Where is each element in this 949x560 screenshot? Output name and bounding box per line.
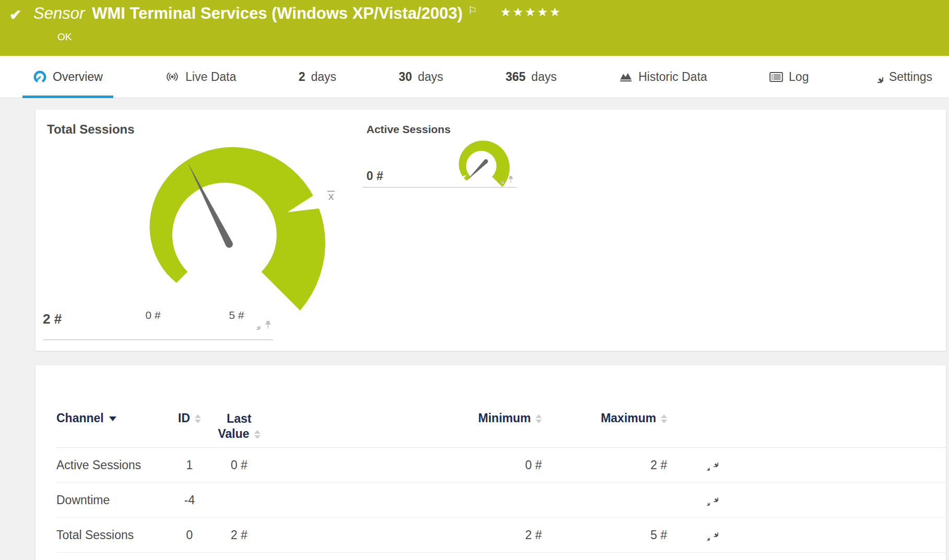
gauge-icon	[33, 70, 47, 84]
tab-label: Settings	[889, 70, 932, 84]
column-header-minimum[interactable]: Minimum	[276, 411, 542, 425]
column-header-id[interactable]: ID	[176, 411, 203, 425]
gauge-scale-min: 0 #	[129, 309, 176, 321]
sensor-headline: SensorWMI Terminal Services (Windows XP/…	[33, 4, 562, 23]
channels-table: Channel ID Last Value Minimum Maximum Ac…	[35, 365, 946, 553]
area-chart-icon	[619, 71, 633, 82]
channel-maximum: 2 #	[542, 458, 667, 472]
sort-icon	[254, 430, 260, 439]
widget-underline	[43, 339, 273, 340]
tab-label: days	[418, 70, 443, 84]
channel-settings-gears-icon[interactable]	[704, 458, 719, 472]
tab-live-data[interactable]: Live Data	[161, 56, 240, 98]
tab-number: 2	[299, 70, 305, 84]
channel-id: -4	[176, 493, 203, 507]
flag-icon[interactable]: ⚐	[468, 4, 477, 17]
broadcast-icon	[165, 71, 180, 82]
channel-minimum: 0 #	[276, 458, 542, 472]
channel-last-value: 0 #	[203, 458, 276, 472]
column-header-maximum[interactable]: Maximum	[542, 411, 667, 425]
sort-icon	[536, 414, 542, 423]
tab-label: Live Data	[185, 70, 236, 84]
table-row: Active Sessions 1 0 # 0 # 2 #	[56, 448, 946, 483]
column-label: Minimum	[478, 411, 531, 425]
column-label: Last Value	[218, 412, 251, 440]
tab-number: 30	[399, 70, 412, 84]
total-sessions-current-value: 2 #	[43, 311, 62, 327]
channel-id: 1	[176, 458, 203, 472]
priority-stars[interactable]: ★★★★★	[500, 5, 562, 19]
widget-gear-icon[interactable]	[496, 176, 504, 184]
gauge-scale-max: 5 #	[213, 309, 260, 321]
status-text: OK	[57, 31, 72, 43]
column-label: ID	[178, 411, 190, 425]
table-row: Downtime -4	[56, 483, 946, 518]
tab-number: 365	[505, 70, 525, 84]
tab-historic-data[interactable]: Historic Data	[615, 56, 711, 98]
channel-id: 0	[176, 528, 203, 542]
tab-label: Log	[789, 70, 809, 84]
channel-name: Downtime	[56, 493, 176, 507]
gauges-panel: Total Sessions x 2 # 0 # 5 # Active Sess…	[35, 110, 946, 351]
svg-text:x: x	[328, 190, 334, 202]
active-sessions-gauge	[437, 130, 531, 193]
channel-name: Total Sessions	[56, 528, 176, 542]
widget-gear-icon[interactable]	[252, 321, 260, 330]
channel-maximum: 5 #	[542, 528, 667, 542]
sort-icon	[661, 414, 667, 423]
table-header-row: Channel ID Last Value Minimum Maximum	[56, 397, 946, 448]
column-header-channel[interactable]: Channel	[56, 411, 176, 425]
log-icon	[769, 72, 783, 82]
channels-panel: Channel ID Last Value Minimum Maximum Ac…	[35, 365, 946, 560]
widget-pin-icon[interactable]	[507, 175, 514, 184]
tab-log[interactable]: Log	[765, 56, 813, 98]
column-label: Channel	[56, 411, 104, 425]
tab-overview[interactable]: Overview	[29, 56, 107, 98]
sensor-status-header: ✔ SensorWMI Terminal Services (Windows X…	[0, 0, 949, 56]
tab-365-days[interactable]: 365 days	[501, 56, 561, 98]
sort-desc-icon	[109, 416, 116, 421]
object-type-label: Sensor	[33, 4, 85, 22]
total-sessions-gauge: x	[67, 130, 390, 339]
channel-name: Active Sessions	[56, 458, 176, 472]
column-label: Maximum	[601, 411, 656, 425]
channel-last-value: 2 #	[203, 528, 276, 542]
channel-settings-gears-icon[interactable]	[704, 493, 719, 507]
sort-icon	[195, 414, 201, 423]
tab-30-days[interactable]: 30 days	[395, 56, 447, 98]
column-header-last-value[interactable]: Last Value	[203, 411, 276, 442]
tab-label: Overview	[53, 70, 103, 84]
table-row: Total Sessions 0 2 # 2 # 5 #	[56, 518, 946, 553]
tab-label: days	[311, 70, 337, 84]
channel-settings-gears-icon[interactable]	[704, 528, 719, 542]
tab-label: Historic Data	[638, 70, 707, 84]
tab-label: days	[531, 70, 557, 84]
sensor-title: WMI Terminal Services (Windows XP/Vista/…	[92, 4, 462, 22]
channel-minimum: 2 #	[276, 528, 542, 542]
active-sessions-current-value: 0 #	[366, 169, 383, 183]
tab-bar: Overview Live Data 2 days 30 days 365 da…	[0, 56, 949, 98]
tab-2-days[interactable]: 2 days	[294, 56, 340, 98]
status-check-icon: ✔	[9, 6, 21, 23]
gear-icon	[871, 71, 883, 83]
widget-pin-icon[interactable]	[264, 320, 272, 330]
tab-settings[interactable]: Settings	[867, 56, 936, 98]
widget-underline	[362, 187, 517, 188]
